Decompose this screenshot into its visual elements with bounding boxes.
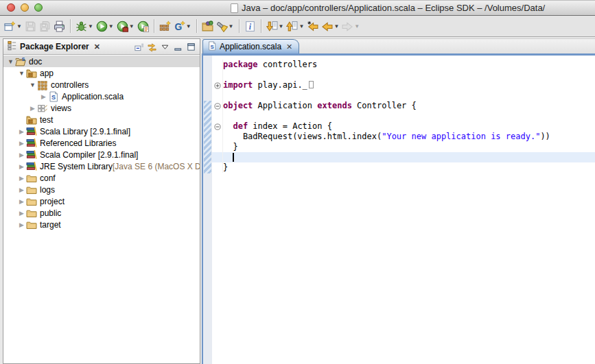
code-line[interactable]: def index = Action { (212, 121, 595, 132)
package-folder-icon (26, 114, 37, 125)
collapse-arrow-icon[interactable]: ▼ (6, 58, 15, 65)
new-package-button[interactable] (158, 17, 172, 35)
code-line[interactable]: } (212, 142, 595, 152)
maximize-button[interactable] (186, 42, 196, 52)
expand-arrow-icon[interactable]: ▶ (17, 128, 26, 135)
run-scala-application-button[interactable] (136, 17, 150, 35)
code-line[interactable] (212, 70, 595, 80)
tree-item-label: JRE System Library (40, 162, 113, 171)
dropdown-arrow-icon[interactable]: ▼ (16, 23, 22, 29)
dropdown-arrow-icon[interactable]: ▼ (186, 23, 191, 29)
search-button[interactable]: ▼ (215, 17, 235, 35)
tree-item-target[interactable]: ▶target (3, 219, 200, 230)
dropdown-arrow-icon[interactable]: ▼ (129, 23, 135, 29)
run-button[interactable]: ▼ (95, 17, 115, 35)
dropdown-arrow-icon[interactable]: ▼ (88, 23, 93, 29)
new-package-icon (159, 21, 171, 32)
new-type-button[interactable]: G▼ (172, 17, 193, 35)
print-button[interactable] (52, 17, 67, 35)
code-editor[interactable]: package controllersimport play.api._obje… (212, 56, 595, 364)
expand-arrow-icon[interactable]: ▶ (17, 210, 26, 217)
code-text: } (223, 142, 238, 152)
tree-item-test[interactable]: test (3, 114, 200, 125)
fold-expand-icon[interactable] (212, 80, 223, 90)
dropdown-arrow-icon[interactable]: ▼ (299, 23, 304, 29)
expand-arrow-icon[interactable]: ▶ (17, 221, 26, 228)
expand-arrow-icon[interactable]: ▶ (17, 163, 26, 170)
debug-button[interactable]: ▼ (74, 17, 95, 35)
dropdown-arrow-icon[interactable]: ▼ (334, 23, 339, 29)
collapse-arrow-icon[interactable]: ▼ (17, 70, 26, 77)
code-line[interactable] (212, 90, 595, 101)
expand-arrow-icon[interactable]: ▶ (39, 93, 48, 100)
tree-item-app[interactable]: ▼app (3, 67, 200, 79)
annotation-ruler[interactable] (203, 56, 212, 364)
open-task-button[interactable] (200, 17, 215, 35)
tree-item-scala-compiler-2-9-1-final[interactable]: ▶Scala Compiler [2.9.1.final] (3, 149, 200, 160)
tree-item-controllers[interactable]: ▼controllers (3, 79, 200, 90)
expand-arrow-icon[interactable]: ▶ (17, 151, 26, 158)
previous-annotation-button[interactable]: ▼ (285, 17, 305, 35)
expand-arrow-icon[interactable]: ▶ (17, 186, 26, 193)
code-line[interactable] (212, 152, 595, 162)
dropdown-arrow-icon[interactable]: ▼ (108, 23, 114, 29)
close-view-icon[interactable]: ✕ (94, 43, 100, 51)
text-cursor (233, 153, 234, 162)
back-button[interactable]: ▼ (320, 17, 340, 35)
close-window-button[interactable] (7, 3, 15, 12)
close-tab-icon[interactable]: ✕ (286, 43, 292, 51)
folded-region-box[interactable] (309, 81, 314, 88)
save-icon (25, 21, 36, 32)
save-button[interactable] (23, 17, 38, 35)
package-folder-icon (26, 68, 37, 79)
dropdown-arrow-icon[interactable]: ▼ (229, 23, 234, 29)
code-line[interactable] (212, 111, 595, 121)
code-line[interactable]: object Application extends Controller { (212, 101, 595, 111)
traffic-lights (7, 3, 43, 12)
forward-button[interactable]: ▼ (340, 17, 361, 35)
expand-arrow-icon[interactable]: ▶ (17, 198, 26, 205)
collapse-all-button[interactable] (134, 42, 144, 52)
tree-item-referenced-libraries[interactable]: ▶Referenced Libraries (3, 137, 200, 149)
dropdown-arrow-icon[interactable]: ▼ (279, 23, 284, 29)
tree-item-jre-system-library[interactable]: ▶JRE System Library [Java SE 6 (MacOS X … (3, 160, 200, 172)
tree-item-doc[interactable]: ▼Sdoc (3, 56, 200, 67)
toolbar-separator (196, 19, 197, 33)
collapse-arrow-icon[interactable]: ▼ (28, 82, 37, 88)
view-menu-button[interactable] (160, 42, 170, 52)
new-wizard-button[interactable]: ▼ (3, 17, 23, 35)
tree-item-application-scala[interactable]: ▶SApplication.scala (3, 90, 200, 102)
code-line[interactable]: } (212, 162, 595, 173)
dropdown-arrow-icon[interactable]: ▼ (354, 23, 360, 29)
tree-item-public[interactable]: ▶public (3, 207, 200, 219)
zoom-window-button[interactable] (34, 3, 43, 12)
code-text: } (223, 162, 228, 173)
expand-arrow-icon[interactable]: ▶ (17, 140, 26, 147)
tree-item-views[interactable]: ▶views (3, 102, 200, 114)
range-indicator (204, 101, 211, 173)
tab-application-scala[interactable]: S Application.scala ✕ (202, 39, 299, 53)
tree-item-logs[interactable]: ▶logs (3, 184, 200, 195)
next-annotation-button[interactable]: ▼ (265, 17, 285, 35)
expand-arrow-icon[interactable]: ▶ (28, 105, 37, 112)
titlebar[interactable]: Java – doc/app/controllers/Application.s… (0, 1, 595, 16)
run-external-tools-button[interactable]: ▼ (115, 17, 136, 35)
tree-item-conf[interactable]: ▶conf (3, 172, 200, 184)
tree-item-label: logs (40, 185, 55, 195)
tree-item-scala-library-2-9-1-final[interactable]: ▶Scala Library [2.9.1.final] (3, 125, 200, 137)
show-source-info-button[interactable]: i (243, 17, 257, 35)
fold-collapse-icon[interactable] (212, 101, 223, 111)
code-line[interactable]: BadRequest(views.html.index("Your new ap… (212, 132, 595, 142)
code-line[interactable]: package controllers (212, 60, 595, 70)
fold-collapse-icon[interactable] (212, 121, 223, 132)
link-with-editor-button[interactable] (147, 42, 157, 52)
save-all-button[interactable] (38, 17, 52, 35)
expand-arrow-icon[interactable]: ▶ (17, 175, 26, 182)
tab-package-explorer[interactable]: Package Explorer ✕ (7, 40, 100, 53)
toolbar-separator (70, 19, 71, 33)
last-edit-location-button[interactable] (305, 17, 320, 35)
minimize-window-button[interactable] (21, 3, 29, 12)
tree-item-project[interactable]: ▶project (3, 195, 200, 207)
minimize-button[interactable] (173, 42, 183, 52)
code-line[interactable]: import play.api._ (212, 80, 595, 90)
